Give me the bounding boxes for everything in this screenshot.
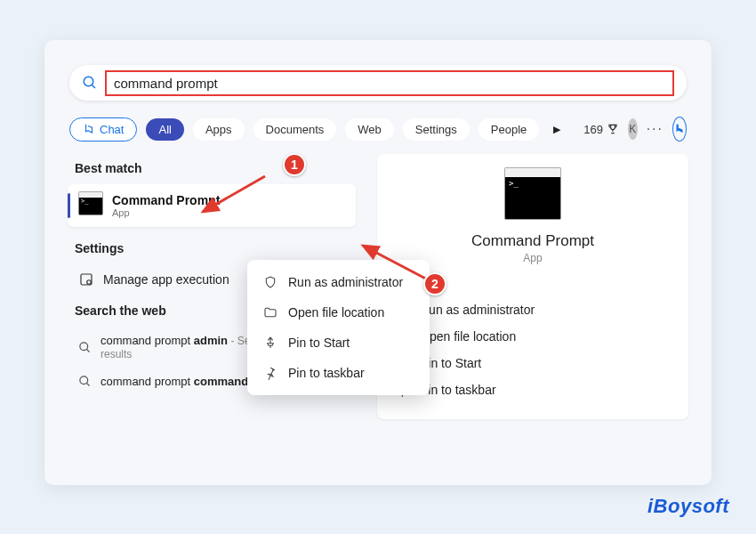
ctx-pin-to-start[interactable]: Pin to Start (247, 328, 430, 358)
action-pin-to-taskbar[interactable]: Pin to taskbar (393, 376, 672, 403)
rewards-badge[interactable]: 169 (583, 123, 619, 136)
command-prompt-icon (504, 175, 561, 220)
tab-apps[interactable]: Apps (193, 118, 245, 141)
search-icon (78, 375, 92, 388)
svg-point-3 (87, 280, 92, 285)
shield-icon (263, 275, 277, 289)
section-settings: Settings (75, 241, 349, 255)
tab-all[interactable]: All (146, 118, 183, 141)
watermark-logo: iBoysoft (647, 495, 729, 518)
annotation-badge-2: 2 (423, 272, 446, 295)
action-open-file-location[interactable]: Open file location (393, 323, 672, 350)
folder-icon (263, 305, 277, 320)
search-icon (78, 341, 92, 354)
svg-line-8 (203, 176, 265, 212)
bing-icon[interactable] (672, 117, 687, 142)
svg-point-4 (80, 342, 88, 350)
search-icon (82, 75, 98, 91)
tab-people[interactable]: People (479, 118, 539, 141)
search-bar[interactable] (69, 65, 687, 101)
svg-line-1 (92, 85, 95, 88)
svg-point-6 (80, 376, 88, 384)
search-input[interactable] (105, 70, 674, 96)
bing-chat-icon (83, 123, 95, 135)
annotation-badge-1: 1 (283, 153, 306, 176)
more-options-icon[interactable]: ··· (647, 121, 664, 137)
tab-chat[interactable]: Chat (69, 117, 137, 142)
user-avatar[interactable]: K (628, 118, 638, 140)
command-prompt-icon (78, 196, 103, 215)
svg-point-0 (84, 77, 93, 86)
svg-line-9 (363, 246, 434, 283)
annotation-arrow-1 (194, 169, 274, 222)
trophy-icon (607, 123, 619, 135)
action-run-as-admin[interactable]: Run as administrator (393, 296, 672, 323)
ctx-pin-to-taskbar[interactable]: Pin to taskbar (247, 358, 430, 388)
settings-gear-icon (78, 271, 94, 287)
pin-icon (263, 366, 277, 380)
more-tabs-icon[interactable]: ▶ (548, 124, 566, 135)
tab-documents[interactable]: Documents (253, 118, 337, 141)
tab-web[interactable]: Web (345, 118, 394, 141)
ctx-open-file-location[interactable]: Open file location (247, 297, 430, 328)
pin-icon (263, 336, 277, 350)
action-pin-to-start[interactable]: Pin to Start (393, 350, 672, 376)
tab-settings[interactable]: Settings (403, 118, 470, 141)
svg-line-5 (86, 349, 89, 352)
filter-tabs: Chat All Apps Documents Web Settings Peo… (44, 111, 712, 154)
svg-line-7 (86, 383, 89, 385)
